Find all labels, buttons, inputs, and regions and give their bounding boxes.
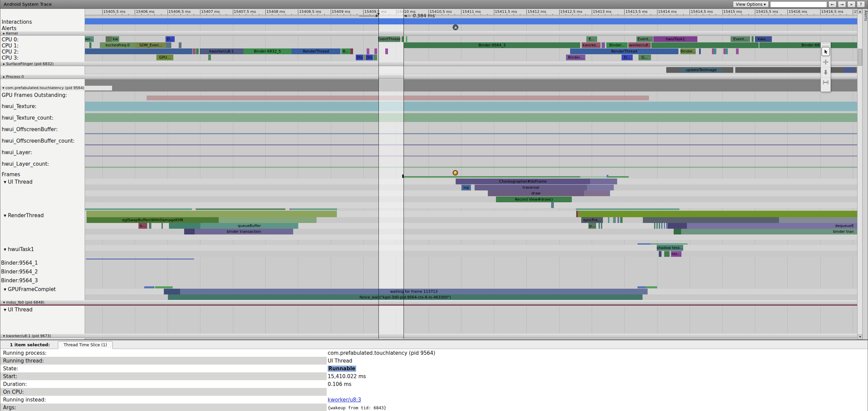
trace-slice[interactable]: RenderThread (291, 48, 341, 54)
trace-slice[interactable]: E... (586, 36, 597, 42)
sidebar-item-cpu-0-[interactable]: CPU 0: (2, 37, 19, 43)
trace-slice[interactable] (620, 217, 623, 223)
trace-slice[interactable]: GPU... (156, 55, 173, 60)
sidebar-item--ui-thread[interactable]: ▾ UI Thread (4, 307, 32, 313)
trace-slice[interactable] (184, 229, 195, 234)
trace-slice[interactable]: Event... (731, 36, 750, 42)
trace-slice[interactable] (196, 48, 199, 54)
trace-slice[interactable]: waiting for frame 113713 (180, 289, 648, 294)
trace-slice[interactable] (406, 36, 407, 42)
trace-slice[interactable] (149, 223, 151, 229)
trace-slice[interactable]: draw (488, 190, 584, 196)
trace-slice[interactable] (617, 217, 619, 223)
trace-slice[interactable]: kwo... (755, 36, 772, 42)
trace-slice[interactable] (86, 259, 194, 260)
trace-slice[interactable] (643, 217, 779, 223)
sidebar-item-binder-9564-2[interactable]: Binder:9564_2 (1, 269, 38, 275)
section-header--mdss-fb0-pid-6848-[interactable]: ▾ mdss_fb0 (pid 6848) (0, 300, 857, 305)
sidebar-item--gpuframecomplet[interactable]: ▾ GPUFrameComplet (4, 286, 56, 292)
trace-slice[interactable] (179, 42, 181, 48)
trace-slice[interactable]: Binder:6832_5 (243, 48, 291, 54)
trace-slice[interactable]: RenderThread (570, 48, 678, 54)
trace-slice[interactable]: binder tran (681, 229, 857, 234)
trace-slice[interactable] (193, 48, 196, 54)
trace-slice[interactable] (601, 223, 602, 229)
timing-tool-button[interactable] (821, 77, 830, 87)
trace-slice[interactable]: Dis (356, 55, 363, 60)
nav-back-button[interactable]: ← (828, 1, 837, 7)
trace-slice[interactable]: binder transaction (195, 229, 293, 234)
trace-slice[interactable] (656, 223, 658, 229)
trace-slice[interactable] (666, 223, 667, 229)
sidebar-item-cpu-3-[interactable]: CPU 3: (2, 55, 19, 61)
trace-slice[interactable] (650, 243, 688, 245)
trace-slice[interactable] (608, 217, 609, 223)
trace-slice[interactable] (659, 251, 661, 257)
trace-slice[interactable] (664, 223, 665, 229)
trace-slice[interactable]: inp (461, 185, 471, 190)
trace-slice[interactable]: kschedfreq:0 (100, 42, 135, 48)
trace-slice[interactable] (661, 223, 663, 229)
trace-slice[interactable]: traversal (475, 185, 587, 190)
selection-line-left[interactable] (378, 9, 379, 339)
section-header--kernel[interactable]: ▸ Kernel (0, 31, 857, 36)
sidebar-item-binder-9564-3[interactable]: Binder:9564_3 (1, 278, 38, 284)
trace-slice[interactable] (208, 55, 211, 60)
alert-icon[interactable] (453, 24, 458, 30)
trace-slice[interactable] (166, 42, 171, 48)
trace-slice[interactable]: G... (638, 55, 651, 60)
sidebar-item--hwuitask1[interactable]: ▾ hwuiTask1 (4, 246, 34, 252)
search-input[interactable] (770, 1, 827, 7)
trace-slice[interactable]: D... (166, 36, 175, 42)
trace-slice[interactable] (169, 223, 200, 229)
frame-marker-icon[interactable]: F (453, 170, 458, 176)
trace-slice[interactable]: Choreographer#doFrame (456, 179, 590, 184)
sidebar-item-cpu-2-[interactable]: CPU 2: (2, 49, 19, 55)
trace-slice[interactable] (599, 223, 600, 229)
trace-slice[interactable] (602, 42, 605, 48)
trace-slice[interactable]: syncFra... (581, 217, 603, 223)
trace-slice[interactable] (659, 223, 660, 229)
trace-slice[interactable] (155, 286, 173, 288)
trace-slice[interactable] (607, 175, 608, 178)
section-header--process-0[interactable]: ▸ Process 0 (0, 75, 857, 79)
trace-slice[interactable]: Record View#draw() (496, 197, 572, 202)
palette-grip-icon[interactable] (822, 43, 829, 46)
trace-slice[interactable] (779, 217, 857, 223)
trace-slice[interactable] (578, 211, 857, 217)
trace-slice[interactable]: eglSwapBuffersWithDamageKHR (87, 217, 219, 223)
trace-slice[interactable]: D... (622, 55, 633, 60)
trace-slice[interactable] (667, 223, 687, 229)
trace-slice[interactable]: k... (138, 223, 147, 229)
vertical-scrollbar[interactable]: ▲ ▼ (857, 9, 862, 340)
trace-slice[interactable] (714, 48, 716, 54)
trace-slice[interactable]: Binder... (606, 42, 628, 48)
trace-slice[interactable]: hwuiTask1 (653, 36, 697, 42)
scrollbar-thumb[interactable] (858, 49, 862, 66)
trace-slice[interactable]: wo... (85, 36, 94, 42)
help-button[interactable]: ? (857, 1, 865, 7)
trace-slice[interactable]: Event... (636, 36, 653, 42)
trace-slice[interactable]: queueBuffer (200, 223, 298, 229)
sidebar-item--ui-thread[interactable]: ▾ UI Thread (4, 179, 32, 185)
trace-slice[interactable] (350, 48, 353, 54)
trace-slice[interactable]: kw (112, 36, 119, 42)
trace-slice[interactable] (736, 48, 739, 54)
section-header--kworker-u8-1-pid-9673-[interactable]: ▾ kworker/u8:1 (pid 9673) (0, 334, 857, 338)
trace-slice[interactable] (373, 55, 377, 60)
trace-slice[interactable] (161, 223, 163, 229)
sidebar-item-cpu-1-[interactable]: CPU 1: (2, 43, 19, 49)
trace-slice[interactable]: Dis (366, 55, 373, 60)
trace-slice[interactable] (144, 286, 154, 288)
trace-slice[interactable] (725, 48, 728, 54)
trace-slice[interactable] (699, 48, 701, 54)
trace-slice[interactable]: kworke... (582, 42, 601, 48)
trace-slice[interactable]: fence_wait("kgsl-3d0-pid-9564-ctx-6-ts-4… (168, 294, 643, 300)
sidebar-item--renderthread[interactable]: ▾ RenderThread (4, 212, 44, 219)
trace-slice[interactable]: shadow tess... (657, 245, 683, 251)
selection-line-right[interactable] (404, 9, 404, 339)
scroll-down-button[interactable]: ▼ (858, 334, 862, 340)
trace-slice[interactable]: Binder:9564_3 (404, 42, 580, 48)
trace-slice[interactable] (196, 208, 285, 210)
trace-slice[interactable] (590, 179, 617, 184)
